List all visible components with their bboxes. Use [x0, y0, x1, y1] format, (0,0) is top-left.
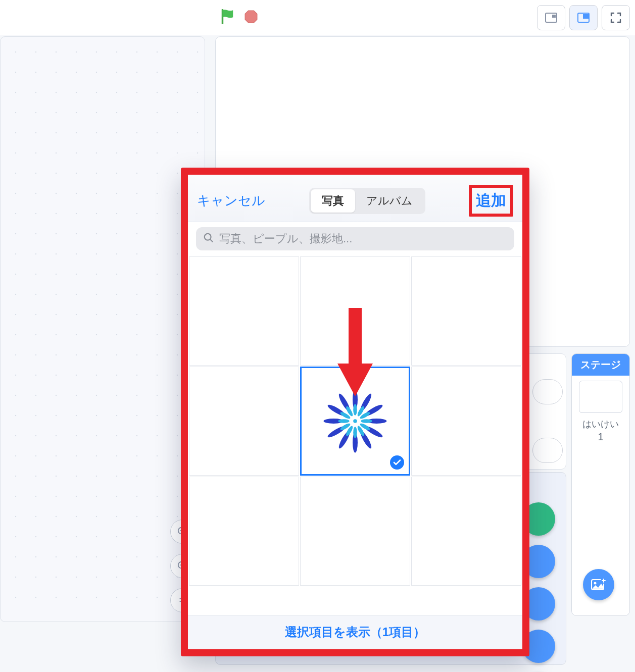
photo-cell[interactable]: [189, 256, 299, 366]
stage-header-label: ステージ: [572, 354, 629, 376]
svg-point-10: [205, 234, 211, 240]
picker-segment: 写真 アルバム: [309, 188, 425, 214]
svg-rect-2: [552, 15, 556, 18]
photo-picker-modal: キャンセル 写真 アルバム 追加: [181, 168, 529, 656]
stop-icon[interactable]: [245, 10, 258, 25]
show-selection-button[interactable]: 選択項目を表示（1項目）: [285, 625, 425, 639]
search-input[interactable]: [219, 232, 507, 245]
code-workspace[interactable]: =: [0, 36, 205, 622]
photo-cell[interactable]: [300, 477, 410, 586]
search-icon: [203, 232, 214, 245]
top-toolbar: [0, 0, 635, 35]
backdrop-label: はいけい: [572, 416, 629, 431]
photo-cell[interactable]: [411, 256, 521, 366]
photo-cell[interactable]: [411, 367, 521, 476]
add-backdrop-button[interactable]: [583, 569, 614, 600]
svg-point-8: [594, 582, 597, 585]
stage-column: ステージ はいけい 1: [571, 353, 630, 616]
backdrop-count: 1: [572, 431, 629, 448]
add-button-highlight: 追加: [469, 185, 513, 217]
segment-albums[interactable]: アルバム: [355, 189, 424, 213]
segment-photos[interactable]: 写真: [311, 189, 355, 213]
svg-point-13: [353, 419, 357, 423]
stage-thumbnail[interactable]: [579, 381, 622, 413]
photo-cell[interactable]: [189, 367, 299, 476]
svg-marker-0: [245, 11, 257, 23]
fullscreen-button[interactable]: [602, 5, 630, 30]
photo-cell[interactable]: [300, 256, 410, 366]
cancel-button[interactable]: キャンセル: [197, 192, 265, 210]
search-bar[interactable]: [196, 227, 514, 250]
photo-cell-selected[interactable]: [300, 367, 410, 476]
photo-cell[interactable]: [411, 477, 521, 586]
small-stage-button[interactable]: [537, 5, 565, 30]
selected-check-icon: [388, 454, 406, 471]
green-flag-icon[interactable]: [221, 9, 235, 26]
add-button[interactable]: 追加: [476, 192, 506, 209]
svg-rect-4: [583, 14, 589, 19]
photo-grid: [188, 256, 522, 586]
photo-cell[interactable]: [189, 477, 299, 586]
large-stage-button[interactable]: [569, 5, 598, 30]
svg-point-12: [353, 404, 357, 416]
